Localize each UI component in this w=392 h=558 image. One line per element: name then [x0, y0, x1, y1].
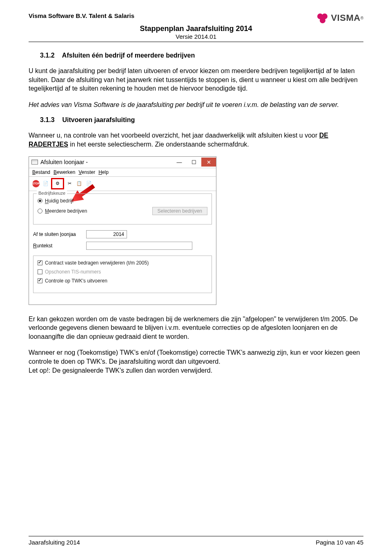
- radio-icon: [38, 209, 42, 213]
- doc-title: Stappenplan Jaarafsluiting 2014: [29, 24, 363, 33]
- doc-version: Versie 2014.01: [29, 33, 363, 40]
- window-maximize-button[interactable]: ☐: [187, 158, 201, 167]
- selecteren-bedrijven-button[interactable]: Selecteren bedrijven: [152, 207, 207, 215]
- bedrijfskeuze-groupbox: Bedrijfskeuze Huidig bedrijf Meerdere be…: [33, 193, 212, 225]
- window-close-button[interactable]: ✕: [201, 158, 216, 167]
- check-controle-twk[interactable]: Controle op TWK's uitvoeren: [38, 278, 207, 284]
- radio-huidig-bedrijf[interactable]: Huidig bedrijf: [38, 198, 207, 204]
- window-icon: [31, 160, 38, 165]
- advice-italic: Het advies van Visma Software is de jaar…: [29, 101, 339, 108]
- menu-help[interactable]: Help: [98, 169, 109, 175]
- menubar: Bestand Bewerken Venster Help: [29, 168, 216, 177]
- check-label: Controle op TWK's uitvoeren: [45, 278, 107, 284]
- page-footer: Jaarafsluiting 2014 Pagina 10 van 45: [29, 536, 363, 546]
- menu-bewerken[interactable]: Bewerken: [53, 169, 75, 175]
- checkbox-icon: [38, 278, 42, 283]
- groupbox-legend: Bedrijfskeuze: [37, 191, 67, 196]
- heading-3-1-2: 3.1.2 Afsluiten één bedrijf of meerdere …: [40, 52, 363, 59]
- header-company: Visma Software B.V. Talent & Salaris: [29, 12, 134, 19]
- toolbar-button-cut[interactable]: ✂: [65, 179, 74, 188]
- loonjaar-input[interactable]: [86, 230, 127, 238]
- check-opschonen-tis: Opschonen TIS-nummers: [38, 269, 207, 275]
- checkbox-icon: [38, 269, 42, 274]
- window-title: Afsluiten loonjaar -: [40, 159, 88, 165]
- toolbar-radertjes-button[interactable]: ⚙: [53, 179, 62, 188]
- toolbar-button-1[interactable]: 📄: [41, 179, 50, 188]
- radio-meerdere-bedrijven[interactable]: Meerdere bedrijven Selecteren bedrijven: [38, 207, 207, 215]
- check-contract-verwijderen[interactable]: Contract vaste bedragen verwijderen (t/m…: [38, 260, 207, 266]
- para-after-2: Wanneer er nog (Toekomstige) TWK's en/of…: [29, 348, 363, 375]
- heading-num: 3.1.3: [40, 116, 60, 124]
- radio-label: Meerdere bedrijven: [45, 208, 87, 214]
- logo-text: VISMA: [331, 13, 360, 23]
- para-3-1-2-b: Het advies van Visma Software is de jaar…: [29, 100, 363, 109]
- heading-title: Uitvoeren jaarafsluiting: [62, 116, 135, 123]
- radio-label: Huidig bedrijf: [45, 198, 74, 204]
- window-titlebar: Afsluiten loonjaar - — ☐ ✕: [29, 157, 216, 168]
- footer-left: Jaarafsluiting 2014: [29, 539, 80, 546]
- heading-num: 3.1.2: [40, 52, 60, 59]
- heading-title: Afsluiten één bedrijf of meerdere bedrij…: [62, 52, 195, 59]
- heading-3-1-3: 3.1.3 Uitvoeren jaarafsluiting: [40, 116, 363, 124]
- footer-right: Pagina 10 van 45: [316, 539, 363, 546]
- toolbar: STOP 📄 ⚙ ✂ 📋 📄: [29, 177, 216, 191]
- check-label: Contract vaste bedragen verwijderen (t/m…: [45, 260, 149, 266]
- page-header: Visma Software B.V. Talent & Salaris VIS…: [29, 12, 363, 42]
- para-3-1-2-a: U kunt de jaarafsluiting per bedrijf lat…: [29, 67, 363, 93]
- logo: VISMA ®: [317, 12, 363, 24]
- para-3-1-3-a: Wanneer u, na controle van het voorbeeld…: [29, 131, 363, 149]
- stop-icon: STOP: [32, 180, 40, 187]
- app-screenshot: Afsluiten loonjaar - — ☐ ✕ Bestand Bewer…: [29, 156, 216, 305]
- runtekst-input[interactable]: [86, 242, 192, 250]
- menu-venster[interactable]: Venster: [78, 169, 95, 175]
- runtekst-label: Runtekst: [33, 243, 82, 249]
- check-label: Opschonen TIS-nummers: [45, 269, 101, 275]
- logo-icon: [317, 12, 328, 24]
- checkbox-icon: [38, 260, 42, 265]
- svg-point-2: [320, 18, 325, 23]
- logo-registered: ®: [361, 16, 363, 20]
- window-minimize-button[interactable]: —: [172, 158, 187, 167]
- toolbar-stop-button[interactable]: STOP: [31, 179, 40, 188]
- toolbar-radertjes-highlight: ⚙: [51, 178, 64, 189]
- options-groupbox: Contract vaste bedragen verwijderen (t/m…: [33, 256, 212, 293]
- menu-bestand[interactable]: Bestand: [32, 169, 50, 175]
- radio-icon: [38, 198, 42, 203]
- loonjaar-label: Af te sluiten loonjaa: [33, 231, 82, 237]
- let-op-warning: Let op!: De gesignaleerde TWK's zullen d…: [29, 367, 212, 374]
- para-after-1: Er kan gekozen worden om de vaste bedrag…: [29, 315, 363, 341]
